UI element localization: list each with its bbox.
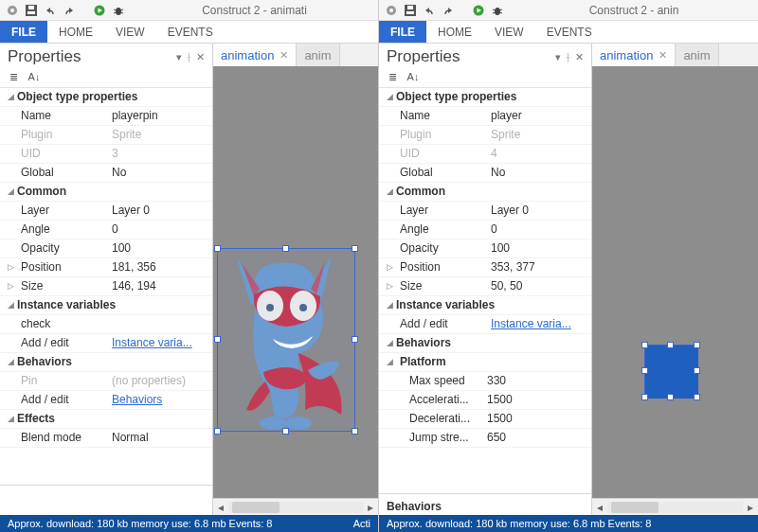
save-icon[interactable] xyxy=(25,4,38,17)
collapse-icon[interactable]: ◢ xyxy=(4,296,17,314)
debug-icon[interactable] xyxy=(112,4,125,17)
collapse-icon[interactable]: ◢ xyxy=(4,353,17,371)
prop-jump-value[interactable]: 650 xyxy=(487,429,591,447)
resize-handle[interactable] xyxy=(352,336,358,343)
menu-file[interactable]: FILE xyxy=(0,21,47,43)
categorize-icon[interactable]: ≣ xyxy=(6,70,21,83)
gear-icon[interactable] xyxy=(385,4,398,17)
prop-name-value[interactable]: player xyxy=(491,107,591,125)
redo-icon[interactable] xyxy=(63,4,76,17)
resize-handle[interactable] xyxy=(282,428,289,434)
resize-handle[interactable] xyxy=(641,394,648,400)
menu-file[interactable]: FILE xyxy=(379,21,426,43)
play-icon[interactable] xyxy=(93,4,106,17)
prop-size-value[interactable]: 146, 194 xyxy=(112,277,212,295)
prop-decel-value[interactable]: 1500 xyxy=(487,410,591,428)
close-icon[interactable]: ✕ xyxy=(280,49,288,62)
undo-icon[interactable] xyxy=(44,4,57,17)
prop-opacity-value[interactable]: 100 xyxy=(112,239,212,257)
play-icon[interactable] xyxy=(472,4,485,17)
menu-home[interactable]: HOME xyxy=(426,21,483,43)
prop-global-value[interactable]: No xyxy=(112,164,212,182)
resize-handle[interactable] xyxy=(214,428,221,434)
redo-icon[interactable] xyxy=(442,4,455,17)
menu-view[interactable]: VIEW xyxy=(483,21,535,43)
pin-icon[interactable]: ⟊ xyxy=(186,51,192,62)
menu-events[interactable]: EVENTS xyxy=(156,21,225,43)
collapse-icon[interactable]: ◢ xyxy=(383,353,396,371)
prop-position-value[interactable]: 353, 377 xyxy=(491,258,591,276)
resize-handle[interactable] xyxy=(694,394,700,400)
prop-blend-value[interactable]: Normal xyxy=(112,429,212,447)
collapse-icon[interactable]: ◢ xyxy=(4,183,17,201)
expand-icon[interactable]: ▷ xyxy=(4,277,17,295)
selection-box[interactable] xyxy=(644,345,697,398)
close-icon[interactable]: ✕ xyxy=(659,49,667,62)
expand-icon[interactable]: ▷ xyxy=(4,258,17,276)
sort-icon[interactable]: A↓ xyxy=(27,70,42,83)
resize-handle[interactable] xyxy=(641,342,648,348)
collapse-icon[interactable]: ◢ xyxy=(383,183,396,201)
prop-opacity-value[interactable]: 100 xyxy=(491,239,591,257)
collapse-icon[interactable]: ◢ xyxy=(4,410,17,428)
scroll-thumb[interactable] xyxy=(611,502,659,513)
menu-events[interactable]: EVENTS xyxy=(535,21,604,43)
selection-box[interactable] xyxy=(217,248,355,432)
expand-icon[interactable]: ▷ xyxy=(383,277,396,295)
pin-icon[interactable]: ⟊ xyxy=(565,51,571,62)
resize-handle[interactable] xyxy=(352,245,358,252)
tab-secondary[interactable]: anim xyxy=(676,44,718,66)
debug-icon[interactable] xyxy=(491,4,504,17)
scroll-thumb[interactable] xyxy=(232,502,280,513)
scroll-right-icon[interactable]: ▸ xyxy=(743,501,758,514)
resize-handle[interactable] xyxy=(282,245,289,252)
dropdown-icon[interactable]: ▾ xyxy=(555,51,561,63)
resize-handle[interactable] xyxy=(214,245,221,252)
h-scrollbar[interactable]: ◂▸ xyxy=(213,498,378,515)
prop-size-value[interactable]: 50, 50 xyxy=(491,277,591,295)
categorize-icon[interactable]: ≣ xyxy=(385,70,400,83)
scroll-left-icon[interactable]: ◂ xyxy=(213,501,228,514)
menu-home[interactable]: HOME xyxy=(47,21,104,43)
resize-handle[interactable] xyxy=(694,367,700,374)
prop-position-value[interactable]: 181, 356 xyxy=(112,258,212,276)
expand-icon[interactable]: ▷ xyxy=(383,258,396,276)
save-icon[interactable] xyxy=(404,4,417,17)
tab-secondary[interactable]: anim xyxy=(297,44,339,66)
gear-icon[interactable] xyxy=(6,4,19,17)
prop-angle-value[interactable]: 0 xyxy=(112,221,212,239)
resize-handle[interactable] xyxy=(641,367,648,374)
collapse-icon[interactable]: ◢ xyxy=(383,296,396,314)
resize-handle[interactable] xyxy=(694,342,700,348)
behaviors-link[interactable]: Behaviors xyxy=(112,391,212,409)
close-icon[interactable]: ✕ xyxy=(575,51,584,63)
collapse-icon[interactable]: ◢ xyxy=(383,88,396,106)
layout-canvas[interactable] xyxy=(213,66,378,498)
prop-layer-value[interactable]: Layer 0 xyxy=(491,202,591,220)
iv-link[interactable]: Instance varia... xyxy=(491,315,591,333)
prop-name-value[interactable]: playerpin xyxy=(112,107,212,125)
scroll-right-icon[interactable]: ▸ xyxy=(363,501,378,514)
resize-handle[interactable] xyxy=(667,394,674,400)
undo-icon[interactable] xyxy=(423,4,436,17)
resize-handle[interactable] xyxy=(667,342,674,348)
h-scrollbar[interactable]: ◂▸ xyxy=(592,498,758,515)
prop-accel-value[interactable]: 1500 xyxy=(487,391,591,409)
layout-canvas[interactable] xyxy=(592,66,758,498)
close-icon[interactable]: ✕ xyxy=(196,51,205,63)
tab-animation[interactable]: animation✕ xyxy=(592,44,676,66)
tab-animation[interactable]: animation✕ xyxy=(213,44,297,66)
scroll-left-icon[interactable]: ◂ xyxy=(592,501,607,514)
prop-maxspeed-value[interactable]: 330 xyxy=(487,372,591,390)
resize-handle[interactable] xyxy=(352,428,358,434)
iv-link[interactable]: Instance varia... xyxy=(112,334,212,352)
prop-layer-value[interactable]: Layer 0 xyxy=(112,202,212,220)
menu-view[interactable]: VIEW xyxy=(104,21,156,43)
prop-angle-value[interactable]: 0 xyxy=(491,221,591,239)
sort-icon[interactable]: A↓ xyxy=(406,70,421,83)
prop-global-value[interactable]: No xyxy=(491,164,591,182)
collapse-icon[interactable]: ◢ xyxy=(4,88,17,106)
collapse-icon[interactable]: ◢ xyxy=(383,334,396,352)
resize-handle[interactable] xyxy=(214,336,221,343)
dropdown-icon[interactable]: ▾ xyxy=(176,51,182,63)
